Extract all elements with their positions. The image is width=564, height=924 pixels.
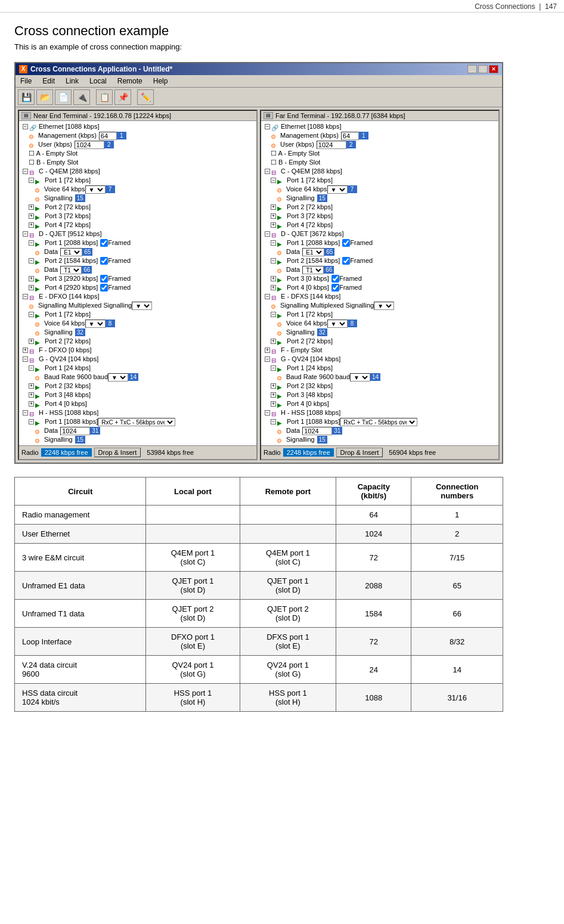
far-dfxs-voice-dropdown[interactable]: ▼ (327, 320, 348, 328)
menu-file[interactable]: File (18, 76, 34, 86)
near-qjet-p2-collapse[interactable]: − (29, 258, 34, 263)
far-ethernet-collapse[interactable]: − (265, 124, 270, 129)
near-hss-p1-collapse[interactable]: − (29, 419, 34, 424)
far-qjet-data2-row[interactable]: ⚙ Data T1 66 (262, 265, 497, 274)
near-dfxo-p1-row[interactable]: − ▶ Port 1 [72 kbps] (20, 310, 255, 319)
toolbar-new-button[interactable]: 📄 (55, 89, 72, 105)
close-button[interactable]: ✕ (489, 65, 498, 73)
near-q4em-p2-row[interactable]: + ▶ Port 2 [72 kbps] (20, 203, 255, 212)
far-q4em-row[interactable]: − ⊟ C - Q4EM [288 kbps] (262, 167, 497, 176)
menu-local[interactable]: Local (87, 76, 109, 86)
menu-edit[interactable]: Edit (40, 76, 57, 86)
far-qjet-p1-row[interactable]: − ▶ Port 1 [2088 kbps] Framed (262, 238, 497, 247)
near-qv24-p2-row[interactable]: + ▶ Port 2 [32 kbps] (20, 382, 255, 390)
far-q4em-voice-row[interactable]: ⚙ Voice 64 kbps ▼ 7 (262, 185, 497, 194)
far-dfxs-p2-collapse[interactable]: + (271, 339, 276, 344)
far-user-row[interactable]: ⚙ User (kbps) 2 (262, 140, 497, 149)
far-qjet-p3-row[interactable]: + ▶ Port 3 [0 kbps] Framed (262, 274, 497, 283)
far-qv24-p2-collapse[interactable]: + (271, 383, 276, 389)
far-qv24-p3-row[interactable]: + ▶ Port 3 [48 kbps] (262, 390, 497, 399)
near-qv24-collapse[interactable]: − (23, 356, 28, 362)
minimize-button[interactable]: _ (467, 65, 477, 73)
far-hss-p1-row[interactable]: − ▶ Port 1 [1088 kbps] RxC + TxC - 56kbp… (262, 417, 497, 426)
near-qv24-p4-row[interactable]: + ▶ Port 4 [0 kbps] (20, 399, 255, 408)
near-hss-p1-row[interactable]: − ▶ Port 1 [1088 kbps] RxC + TxC - 56kbp… (20, 417, 255, 426)
near-ethernet-row[interactable]: − 🔗 Ethernet [1088 kbps] (20, 122, 255, 131)
near-dfxo2-row[interactable]: + ⊟ F - DFXO [0 kbps] (20, 346, 255, 355)
far-mgmt-row[interactable]: ⚙ Management (kbps) 1 (262, 131, 497, 140)
far-qjet-data1-dropdown[interactable]: E1 (302, 248, 324, 256)
far-q4em-p2-row[interactable]: + ▶ Port 2 [72 kbps] (262, 203, 497, 212)
far-hss-p1-collapse[interactable]: − (271, 419, 276, 424)
near-drop-insert-button[interactable]: Drop & Insert (94, 448, 141, 457)
near-mgmt-row[interactable]: ⚙ Management (kbps) 1 (20, 131, 255, 140)
far-empty-f-collapse[interactable]: + (265, 348, 270, 353)
far-q4em-p1-row[interactable]: − ▶ Port 1 [72 kbps] (262, 176, 497, 185)
far-qv24-p4-collapse[interactable]: + (271, 401, 276, 407)
far-qjet-data2-dropdown[interactable]: T1 (302, 266, 324, 274)
near-user-row[interactable]: ⚙ User (kbps) 2 (20, 140, 255, 149)
near-dfxo-voice-row[interactable]: ⚙ Voice 64 kbps ▼ 8 (20, 319, 255, 328)
near-qjet-p3-row[interactable]: + ▶ Port 3 [2920 kbps] Framed (20, 274, 255, 283)
toolbar-edit-button[interactable]: ✏️ (137, 89, 154, 105)
near-q4em-voice-dropdown[interactable]: ▼ (85, 185, 106, 194)
near-hss-data-input[interactable] (60, 427, 90, 435)
near-q4em-p4-row[interactable]: + ▶ Port 4 [72 kbps] (20, 221, 255, 230)
menu-link[interactable]: Link (63, 76, 81, 86)
far-qjet-p4-collapse[interactable]: + (271, 285, 276, 290)
near-qjet-collapse[interactable]: − (23, 231, 28, 237)
far-dfxs-row[interactable]: − ⊟ E - DFXS [144 kbps] (262, 292, 497, 301)
near-q4em-p1-row[interactable]: − ▶ Port 1 [72 kbps] (20, 176, 255, 185)
toolbar-save-button[interactable]: 💾 (18, 89, 35, 105)
near-qv24-baud-dropdown[interactable]: ▼ (108, 373, 128, 382)
far-drop-insert-button[interactable]: Drop & Insert (336, 448, 383, 457)
near-qv24-baud-row[interactable]: ⚙ Baud Rate 9600 baud ▼ 14 (20, 373, 255, 382)
near-qjet-p1-collapse[interactable]: − (29, 240, 34, 246)
far-qv24-p1-row[interactable]: − ▶ Port 1 [24 kbps] (262, 364, 497, 373)
far-qv24-p4-row[interactable]: + ▶ Port 4 [0 kbps] (262, 399, 497, 408)
far-q4em-p3-collapse[interactable]: + (271, 213, 276, 219)
near-q4em-collapse[interactable]: − (23, 169, 28, 174)
near-hss-data-row[interactable]: ⚙ Data 31 (20, 426, 255, 435)
near-qjet-p4-collapse[interactable]: + (29, 285, 34, 290)
near-hss-row[interactable]: − ⊟ H - HSS [1088 kbps] (20, 408, 255, 417)
far-qjet-collapse[interactable]: − (265, 231, 270, 237)
near-qv24-p4-collapse[interactable]: + (29, 401, 34, 407)
far-hss-p1-dropdown[interactable]: RxC + TxC - 56kbps overhead (340, 418, 417, 426)
far-qv24-p2-row[interactable]: + ▶ Port 2 [32 kbps] (262, 382, 497, 390)
near-q4em-voice-row[interactable]: ⚙ Voice 64 kbps ▼ 7 (20, 185, 255, 194)
toolbar-connect-button[interactable]: 🔌 (73, 89, 90, 105)
near-qjet-p2-framed[interactable] (100, 257, 108, 265)
far-hss-collapse[interactable]: − (265, 410, 270, 416)
near-q4em-p4-collapse[interactable]: + (29, 222, 34, 228)
near-dfxo-collapse[interactable]: − (23, 294, 28, 299)
far-dfxs-p1-collapse[interactable]: − (271, 312, 276, 317)
toolbar-open-button[interactable]: 📂 (36, 89, 53, 105)
near-dfxo-voice-dropdown[interactable]: ▼ (85, 320, 106, 328)
far-qv24-baud-row[interactable]: ⚙ Baud Rate 9600 baud ▼ 14 (262, 373, 497, 382)
far-hss-row[interactable]: − ⊟ H - HSS [1088 kbps] (262, 408, 497, 417)
near-qv24-p3-row[interactable]: + ▶ Port 3 [48 kbps] (20, 390, 255, 399)
far-qjet-p3-framed[interactable] (331, 275, 339, 283)
far-ethernet-row[interactable]: − 🔗 Ethernet [1088 kbps] (262, 122, 497, 131)
far-dfxs-sig-row[interactable]: ⚙ Signalling Multiplexed Signalling ▼ (262, 301, 497, 310)
near-dfxo-row[interactable]: − ⊟ E - DFXO [144 kbps] (20, 292, 255, 301)
near-dfxo-p2-row[interactable]: + ▶ Port 2 [72 kbps] (20, 337, 255, 346)
near-qv24-p3-collapse[interactable]: + (29, 392, 34, 398)
far-q4em-p3-row[interactable]: + ▶ Port 3 [72 kbps] (262, 212, 497, 221)
far-q4em-voice-dropdown[interactable]: ▼ (327, 185, 348, 194)
near-qjet-data2-dropdown[interactable]: T1 (60, 266, 82, 274)
near-qjet-data1-row[interactable]: ⚙ Data E1 65 (20, 247, 255, 256)
far-mgmt-input[interactable] (341, 132, 359, 140)
far-qjet-p1-framed[interactable] (342, 239, 350, 247)
near-qjet-p1-framed[interactable] (100, 239, 108, 247)
menu-help[interactable]: Help (151, 76, 171, 86)
near-qv24-row[interactable]: − ⊟ G - QV24 [104 kbps] (20, 355, 255, 364)
far-qjet-data1-row[interactable]: ⚙ Data E1 65 (262, 247, 497, 256)
near-hss-collapse[interactable]: − (23, 410, 28, 416)
far-user-input[interactable] (317, 141, 346, 149)
near-q4em-row[interactable]: − ⊟ C - Q4EM [288 kbps] (20, 167, 255, 176)
near-qjet-data2-row[interactable]: ⚙ Data T1 66 (20, 265, 255, 274)
far-dfxs-sig-dropdown[interactable]: ▼ (374, 302, 394, 310)
far-qjet-p3-collapse[interactable]: + (271, 276, 276, 281)
